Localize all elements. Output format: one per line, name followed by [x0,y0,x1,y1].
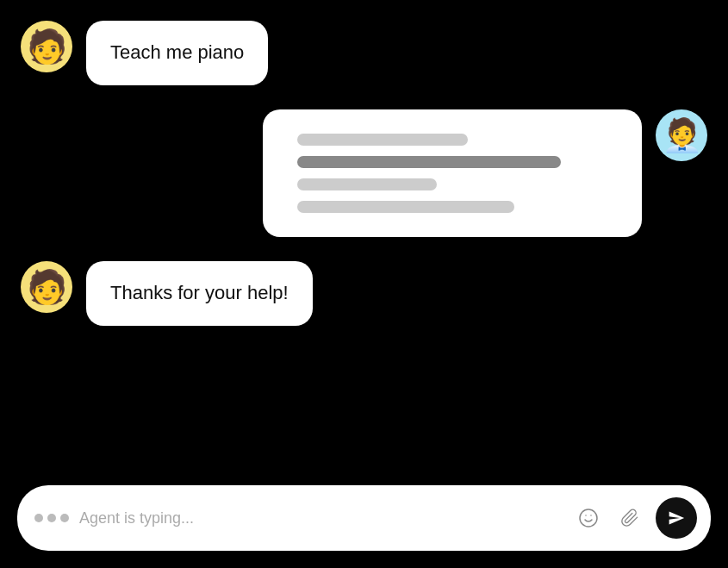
input-bar: Agent is typing... [17,485,711,551]
emoji-button[interactable] [573,502,604,534]
chat-area: 🧑 Teach me piano 🧑‍💼 🧑 Thanks for your h… [0,0,728,478]
message-row: 🧑 Thanks for your help! [21,261,707,326]
message-text: Thanks for your help! [110,282,289,303]
message-bubble: Thanks for your help! [86,261,313,326]
agent-avatar: 🧑‍💼 [656,109,707,161]
svg-point-0 [580,509,597,527]
typing-dots [34,514,69,522]
avatar: 🧑 [21,21,72,72]
send-button[interactable] [656,497,697,539]
skeleton-line [297,178,437,190]
typing-dot [47,514,56,522]
skeleton-line [297,201,514,213]
attach-button[interactable] [614,502,645,534]
typing-dot [34,514,43,522]
typing-label: Agent is typing... [79,509,563,527]
typing-dot [60,514,69,522]
avatar: 🧑 [21,261,72,313]
message-bubble: Teach me piano [86,21,268,85]
skeleton-line [297,156,561,168]
message-row: 🧑‍💼 [263,109,707,237]
message-row: 🧑 Teach me piano [21,21,707,85]
loading-bubble [263,109,642,237]
skeleton-line [297,134,468,146]
message-text: Teach me piano [110,41,244,63]
